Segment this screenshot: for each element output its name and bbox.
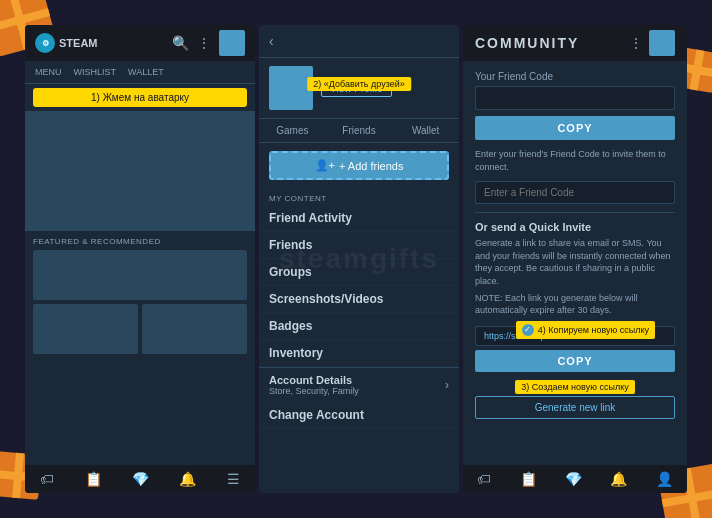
- community-header-right: ⋮: [629, 30, 675, 56]
- comm-bottom-nav-gem[interactable]: 💎: [565, 471, 582, 487]
- steam-header: ⚙ STEAM 🔍 ⋮: [25, 25, 255, 61]
- panel-tabs: Games Friends Wallet: [259, 119, 459, 143]
- tooltip-2: 2) «Добавить друзей»: [307, 77, 411, 91]
- enter-code-input[interactable]: [475, 181, 675, 204]
- dropdown-panel: ‹ View Profile 2) «Добавить друзей» Game…: [259, 25, 459, 493]
- bottom-nav-left: 🏷 📋 💎 🔔 ☰: [25, 465, 255, 493]
- nav-item-menu[interactable]: MENU: [31, 65, 66, 79]
- add-friends-label: + Add friends: [339, 160, 404, 172]
- back-button[interactable]: ‹: [259, 25, 459, 58]
- avatar[interactable]: [219, 30, 245, 56]
- tooltip-3-container: 3) Создаем новую ссылку: [475, 380, 675, 394]
- nav-item-wallet[interactable]: WALLET: [124, 65, 168, 79]
- list-item-screenshots[interactable]: Screenshots/Videos: [259, 286, 459, 313]
- featured-grid: [33, 250, 247, 354]
- bottom-nav-tag[interactable]: 🏷: [40, 471, 54, 487]
- account-details[interactable]: Account Details Store, Security, Family …: [259, 367, 459, 402]
- nav-bar: MENU WISHLIST WALLET: [25, 61, 255, 84]
- copy-button-2[interactable]: COPY: [475, 350, 675, 372]
- featured-item-2: [142, 304, 247, 354]
- community-bottom-nav: 🏷 📋 💎 🔔 👤: [463, 465, 687, 493]
- list-item-friends[interactable]: Friends: [259, 232, 459, 259]
- community-header: COMMUNITY ⋮: [463, 25, 687, 61]
- account-details-sub: Store, Security, Family: [269, 386, 359, 396]
- community-avatar[interactable]: [649, 30, 675, 56]
- list-item-badges[interactable]: Badges: [259, 313, 459, 340]
- comm-bottom-nav-list[interactable]: 📋: [520, 471, 537, 487]
- list-item-change-account[interactable]: Change Account: [259, 402, 459, 429]
- steam-logo: ⚙ STEAM: [35, 33, 98, 53]
- bottom-nav-menu[interactable]: ☰: [227, 471, 240, 487]
- account-details-label: Account Details: [269, 374, 359, 386]
- steam-panel: ⚙ STEAM 🔍 ⋮ MENU WISHLIST WALLET 1) Жмем…: [25, 25, 255, 493]
- comm-bottom-nav-tag[interactable]: 🏷: [477, 471, 491, 487]
- more-options-icon[interactable]: ⋮: [195, 34, 213, 52]
- tooltip-4: ✓ 4) Копируем новую ссылку: [516, 321, 655, 339]
- bottom-nav-gem[interactable]: 💎: [132, 471, 149, 487]
- tooltip-4-text: 4) Копируем новую ссылку: [538, 325, 649, 335]
- bottom-nav-list[interactable]: 📋: [85, 471, 102, 487]
- divider: [475, 212, 675, 213]
- community-title: COMMUNITY: [475, 35, 579, 51]
- note-row: NOTE: Each link you generate below will …: [475, 292, 675, 321]
- list-item-friend-activity[interactable]: Friend Activity: [259, 205, 459, 232]
- check-icon: ✓: [522, 324, 534, 336]
- steam-header-icons: 🔍 ⋮: [171, 30, 245, 56]
- steam-logo-icon: ⚙: [35, 33, 55, 53]
- comm-bottom-nav-user[interactable]: 👤: [656, 471, 673, 487]
- avatar-area: [25, 111, 255, 231]
- tooltip-3: 3) Создаем новую ссылку: [515, 380, 634, 394]
- featured-label: FEATURED & RECOMMENDED: [33, 237, 247, 246]
- main-container: ⚙ STEAM 🔍 ⋮ MENU WISHLIST WALLET 1) Жмем…: [25, 25, 687, 493]
- quick-invite-label: Or send a Quick Invite: [475, 221, 675, 233]
- community-more-icon[interactable]: ⋮: [629, 35, 643, 51]
- friend-code-label: Your Friend Code: [475, 71, 675, 82]
- account-details-arrow: ›: [445, 378, 449, 392]
- featured-item-1: [33, 304, 138, 354]
- friend-code-input[interactable]: [475, 86, 675, 110]
- add-friends-button[interactable]: 👤+ + Add friends: [269, 151, 449, 180]
- quick-invite-desc: Generate a link to share via email or SM…: [475, 237, 675, 287]
- note-text: NOTE: Each link you generate below will …: [475, 292, 675, 317]
- featured-item-wide: [33, 250, 247, 300]
- tab-friends[interactable]: Friends: [326, 119, 393, 142]
- copy-button-1[interactable]: COPY: [475, 116, 675, 140]
- featured-section: FEATURED & RECOMMENDED: [25, 231, 255, 360]
- list-item-groups[interactable]: Groups: [259, 259, 459, 286]
- invite-description: Enter your friend's Friend Code to invit…: [475, 148, 675, 173]
- tab-wallet[interactable]: Wallet: [392, 119, 459, 142]
- community-content: Your Friend Code COPY Enter your friend'…: [463, 61, 687, 465]
- tab-games[interactable]: Games: [259, 119, 326, 142]
- comm-bottom-nav-bell[interactable]: 🔔: [610, 471, 627, 487]
- tooltip-1: 1) Жмем на аватарку: [33, 88, 247, 107]
- generate-link-button[interactable]: Generate new link: [475, 396, 675, 419]
- list-item-inventory[interactable]: Inventory: [259, 340, 459, 367]
- bottom-nav-bell[interactable]: 🔔: [179, 471, 196, 487]
- community-panel: COMMUNITY ⋮ Your Friend Code COPY Enter …: [463, 25, 687, 493]
- nav-item-wishlist[interactable]: WISHLIST: [70, 65, 121, 79]
- steam-logo-text: STEAM: [59, 37, 98, 49]
- search-icon[interactable]: 🔍: [171, 34, 189, 52]
- back-arrow-icon: ‹: [269, 33, 274, 49]
- add-friends-icon: 👤+: [315, 159, 335, 172]
- my-content-label: MY CONTENT: [259, 188, 459, 205]
